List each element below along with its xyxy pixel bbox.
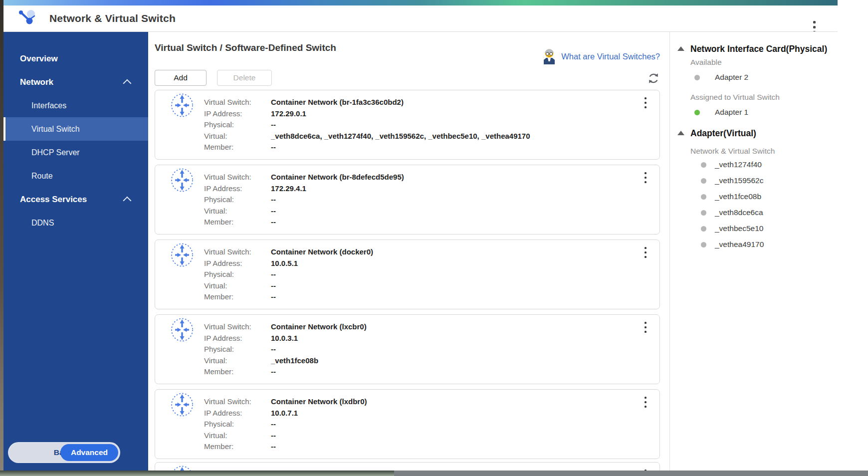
field-label: Member: [204,441,271,453]
card-menu-kebab-icon[interactable] [642,396,650,409]
legend-item: _veth159562c [690,175,838,186]
collapse-triangle-icon[interactable] [677,131,684,135]
switch-member: -- [271,441,276,453]
card-menu-kebab-icon[interactable] [642,321,650,334]
refresh-icon[interactable] [647,72,660,85]
field-label: Virtual: [204,355,271,367]
field-label: IP Address: [204,333,271,344]
sidebar-item[interactable]: DDNS [3,211,148,235]
legend-item: _veth1274f40 [690,159,838,170]
status-dot [701,162,706,168]
switch-virtual: -- [271,206,276,217]
field-label: Virtual Switch: [204,97,271,108]
collapse-triangle-icon[interactable] [677,46,684,51]
legend-item-label: _vethea49170 [715,240,764,249]
app-header: Network & Virtual Switch [3,5,838,31]
switch-physical: -- [271,119,276,131]
status-dot [701,194,706,200]
card-menu-kebab-icon[interactable] [642,246,650,259]
mode-advanced-button[interactable]: Advanced [60,444,118,461]
switch-physical: -- [271,269,276,280]
legend-item: _vethea49170 [690,239,838,250]
field-label: Physical: [204,269,271,280]
app-logo-icon [17,8,37,28]
legend-item: Adapter 1 [690,107,838,118]
field-label: Member: [204,142,271,153]
virtual-switch-card[interactable]: Virtual Switch:Container Network (br-1fa… [155,90,660,160]
sidebar-item[interactable]: Route [3,164,148,188]
card-menu-kebab-icon[interactable] [642,171,650,184]
field-label: Virtual Switch: [204,469,271,471]
sidebar-item-label: Interfaces [31,101,66,110]
legend-section-virtual[interactable]: Adapter(Virtual) [690,128,838,139]
main-content: Virtual Switch / Software-Defined Switch… [148,32,669,471]
virtual-switch-icon [171,243,194,267]
switch-member: -- [271,142,276,153]
field-label: Virtual: [204,131,271,142]
card-menu-kebab-icon[interactable] [642,469,650,471]
card-fields: Virtual Switch:Container Network (lxdbr0… [204,396,367,453]
add-button[interactable]: Add [155,70,207,86]
legend-item-label: _veth1fce08b [715,192,761,201]
virtual-switch-card[interactable]: Virtual Switch:Container Network IP Addr… [155,462,660,471]
virtual-switch-icon [171,318,194,342]
sidebar-item[interactable]: Overview [3,47,148,70]
switch-member: -- [271,217,276,228]
status-dot [701,210,706,216]
adapter-legend-panel: Network Interface Card(Physical) Availab… [669,32,838,471]
switch-physical: -- [271,194,276,206]
switch-ip: 172.29.4.1 [271,183,306,195]
field-label: Physical: [204,119,271,131]
desktop-bottom-strip-right [394,471,868,476]
card-menu-kebab-icon[interactable] [642,96,650,109]
field-label: Physical: [204,344,271,355]
card-fields: Virtual Switch:Container Network (lxcbr0… [204,321,367,378]
sidebar-item-label: DDNS [31,219,54,228]
field-label: Physical: [204,194,271,206]
card-fields: Virtual Switch:Container Network (docker… [204,246,373,303]
virtual-switch-icon [171,93,194,117]
switch-name: Container Network (docker0) [271,246,373,258]
sidebar-item[interactable]: Interfaces [3,94,148,117]
card-fields: Virtual Switch:Container Network (br-8de… [204,172,404,228]
help-link[interactable]: What are Virtual Switches? [542,48,660,64]
mode-toggle: Basic Advanced [9,443,119,462]
desktop-bottom-strip [0,471,394,476]
virtual-switch-card[interactable]: Virtual Switch:Container Network (lxdbr0… [155,389,660,459]
chevron-up-icon[interactable] [123,79,131,87]
virtual-switch-card[interactable]: Virtual Switch:Container Network (lxcbr0… [155,314,660,384]
sidebar-item[interactable]: DHCP Server [3,141,148,164]
screen: Network & Virtual Switch Overview Networ… [0,0,868,476]
virtual-switch-card[interactable]: Virtual Switch:Container Network (docker… [155,239,660,309]
switch-ip: 172.29.0.1 [271,108,306,120]
chevron-up-icon[interactable] [123,196,131,205]
sidebar-item[interactable]: Virtual Switch [3,117,148,141]
switch-name: Container Network (br-1fa3c36c0bd2) [271,97,404,108]
switch-virtual: _veth8dce6ca, _veth1274f40, _veth159562c… [271,131,530,142]
status-dot [694,110,700,115]
delete-button[interactable]: Delete [217,70,272,86]
sidebar-item-label: Overview [20,54,58,64]
card-fields: Virtual Switch:Container Network IP Addr… [204,469,337,471]
legend-item: _vethbec5e10 [690,223,838,234]
virtual-switch-card[interactable]: Virtual Switch:Container Network (br-8de… [155,165,660,235]
sidebar-item-label: DHCP Server [31,148,80,157]
sidebar-item-label: Access Services [20,195,87,205]
virtual-switch-icon [171,393,194,417]
sidebar-item[interactable]: Access Services [3,188,148,211]
status-dot [701,242,706,247]
legend-item: Adapter 2 [690,72,838,83]
sidebar-item[interactable]: Network [3,70,148,94]
switch-name: Container Network (lxdbr0) [271,396,367,408]
sidebar-item-label: Network [20,77,53,87]
virtual-switch-list: Virtual Switch:Container Network (br-1fa… [155,90,660,471]
switch-ip: 10.0.7.1 [271,408,298,419]
legend-section-physical[interactable]: Network Interface Card(Physical) [690,43,838,54]
status-dot [694,75,700,80]
field-label: Member: [204,217,271,228]
switch-physical: -- [271,344,276,355]
legend-item-label: _veth159562c [715,176,763,185]
switch-name: Container Network (lxcbr0) [271,321,367,333]
field-label: Member: [204,291,271,303]
legend-section-title: Adapter(Virtual) [690,128,756,138]
